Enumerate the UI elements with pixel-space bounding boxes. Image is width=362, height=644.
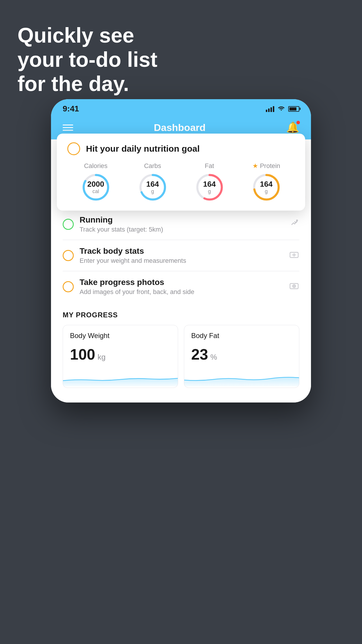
running-name: Running bbox=[80, 215, 283, 225]
body-stats-sub: Enter your weight and measurements bbox=[80, 257, 283, 265]
battery-icon bbox=[288, 106, 299, 112]
calories-unit: cal bbox=[92, 188, 99, 194]
protein-label: ★ Protein bbox=[252, 162, 280, 170]
body-weight-unit: kg bbox=[98, 353, 106, 362]
fat-circle: 164 g bbox=[195, 173, 224, 202]
protein-unit: g bbox=[265, 188, 268, 194]
carbs-label: Carbs bbox=[144, 162, 161, 170]
headline: Quickly see your to-do list for the day. bbox=[17, 23, 157, 96]
body-weight-title: Body Weight bbox=[70, 332, 171, 340]
running-sub: Track your stats (target: 5km) bbox=[80, 226, 283, 233]
todo-list: Running Track your stats (target: 5km) T… bbox=[63, 209, 299, 302]
calories-value: 2000 bbox=[87, 180, 104, 188]
headline-line1: Quickly see bbox=[17, 23, 157, 48]
body-weight-value: 100 bbox=[70, 346, 95, 363]
fat-value: 164 bbox=[203, 180, 216, 188]
progress-cards: Body Weight 100 kg bbox=[63, 325, 299, 388]
nutrition-card-title: Hit your daily nutrition goal bbox=[86, 144, 200, 154]
body-fat-chart bbox=[184, 369, 299, 386]
carbs-circle: 164 g bbox=[138, 173, 167, 202]
todo-running[interactable]: Running Track your stats (target: 5km) bbox=[63, 209, 299, 240]
body-fat-card[interactable]: Body Fat 23 % bbox=[184, 325, 299, 388]
calories-circle: 2000 cal bbox=[81, 173, 110, 202]
body-fat-unit: % bbox=[210, 353, 217, 362]
status-icons bbox=[266, 105, 299, 113]
nutrition-card: Hit your daily nutrition goal Calories 2… bbox=[57, 134, 305, 211]
carbs-unit: g bbox=[151, 188, 154, 194]
star-icon: ★ bbox=[252, 162, 258, 170]
progress-photos-text: Take progress photos Add images of your … bbox=[80, 278, 283, 296]
body-stats-icon bbox=[289, 251, 299, 261]
nutrition-checkbox[interactable] bbox=[67, 142, 80, 155]
progress-photos-checkbox[interactable] bbox=[63, 281, 74, 292]
progress-photos-sub: Add images of your front, back, and side bbox=[80, 288, 283, 296]
headline-line3: for the day. bbox=[17, 72, 157, 96]
body-fat-title: Body Fat bbox=[191, 332, 292, 340]
phone-frame: 9:41 Dashboard 🔔 TH bbox=[51, 99, 311, 402]
nav-title: Dashboard bbox=[154, 122, 206, 133]
running-checkbox[interactable] bbox=[63, 219, 74, 230]
menu-button[interactable] bbox=[63, 125, 73, 131]
body-stats-text: Track body stats Enter your weight and m… bbox=[80, 246, 283, 265]
headline-line2: your to-do list bbox=[17, 48, 157, 72]
body-stats-name: Track body stats bbox=[80, 246, 283, 256]
fat-unit: g bbox=[208, 188, 211, 194]
notification-dot bbox=[296, 121, 300, 124]
fat-label: Fat bbox=[205, 162, 214, 170]
nutrition-card-header: Hit your daily nutrition goal bbox=[67, 142, 295, 155]
running-icon bbox=[289, 219, 299, 230]
todo-progress-photos[interactable]: Take progress photos Add images of your … bbox=[63, 271, 299, 302]
body-weight-card[interactable]: Body Weight 100 kg bbox=[63, 325, 178, 388]
progress-photos-name: Take progress photos bbox=[80, 278, 283, 287]
running-text: Running Track your stats (target: 5km) bbox=[80, 215, 283, 233]
body-weight-value-row: 100 kg bbox=[70, 346, 171, 363]
nutrition-calories: Calories 2000 cal bbox=[81, 162, 110, 202]
nutrition-fat: Fat 164 g bbox=[195, 162, 224, 202]
body-weight-chart bbox=[63, 369, 178, 386]
protein-value: 164 bbox=[260, 180, 273, 188]
body-fat-value-row: 23 % bbox=[191, 346, 292, 363]
nutrition-protein: ★ Protein 164 g bbox=[252, 162, 281, 202]
notification-button[interactable]: 🔔 bbox=[286, 121, 299, 134]
signal-icon bbox=[266, 106, 274, 112]
calories-label: Calories bbox=[84, 162, 108, 170]
protein-circle: 164 g bbox=[252, 173, 281, 202]
body-stats-checkbox[interactable] bbox=[63, 250, 74, 261]
my-progress-title: MY PROGRESS bbox=[63, 311, 299, 319]
wifi-icon bbox=[277, 105, 285, 113]
carbs-value: 164 bbox=[146, 180, 159, 188]
nutrition-carbs: Carbs 164 g bbox=[138, 162, 167, 202]
content-area: THINGS TO DO TODAY Hit your daily nutrit… bbox=[51, 139, 311, 402]
todo-body-stats[interactable]: Track body stats Enter your weight and m… bbox=[63, 240, 299, 271]
body-fat-value: 23 bbox=[191, 346, 208, 363]
status-time: 9:41 bbox=[63, 104, 79, 113]
status-bar: 9:41 bbox=[51, 99, 311, 117]
nutrition-grid: Calories 2000 cal Carbs bbox=[67, 162, 295, 202]
progress-photos-icon bbox=[289, 282, 299, 292]
my-progress-section: MY PROGRESS Body Weight 100 kg bbox=[63, 302, 299, 394]
